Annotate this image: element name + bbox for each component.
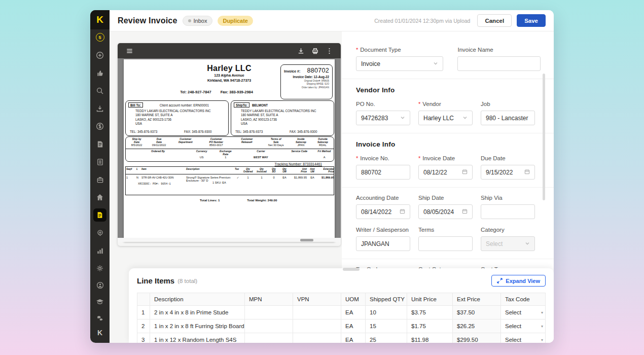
accounting-date-input[interactable]: 08/14/2022: [356, 204, 410, 219]
cell-description[interactable]: 2 in x 4 in x 8 in Prime Stude: [150, 306, 245, 320]
sidebar-item-payments[interactable]: [93, 120, 106, 133]
pdf-horizontal-scrollbar[interactable]: [118, 238, 341, 242]
cell-vpn[interactable]: [293, 306, 341, 320]
shipping-whse-line: Shipping WHSE: SJO: [284, 83, 329, 85]
document-type-value: Invoice: [361, 60, 380, 67]
sidebar-item-locations[interactable]: [93, 226, 106, 239]
invoice-name-label: Invoice Name: [457, 47, 541, 53]
sidebar-item-approvals[interactable]: [93, 66, 106, 80]
ship-date-value: 08/05/2024: [423, 208, 454, 216]
pdf-download-button[interactable]: [295, 45, 306, 56]
cell-qty[interactable]: 10: [366, 306, 407, 320]
line-items-panel: Line Items (8 total) Expand View Descrip…: [129, 268, 554, 343]
tax-code-select[interactable]: Select▾: [501, 306, 546, 320]
duplicate-badge: Duplicate: [218, 16, 253, 26]
sidebar-item-search[interactable]: [93, 84, 106, 97]
cell-vpn[interactable]: [293, 320, 341, 333]
invoice-no-input[interactable]: [356, 165, 410, 180]
home-icon: [96, 193, 104, 201]
sidebar-item-reports[interactable]: [93, 244, 106, 257]
support-chat-button[interactable]: [93, 312, 106, 325]
sidebar-item-invoices[interactable]: [93, 137, 106, 151]
sidebar-item-orders[interactable]: [93, 155, 106, 168]
expand-view-button[interactable]: Expand View: [491, 275, 546, 287]
tax-code-select[interactable]: Select▾: [501, 320, 546, 333]
pdf-menu-button[interactable]: [124, 45, 135, 56]
brand-logo[interactable]: K: [90, 10, 110, 29]
learning-button[interactable]: [93, 295, 106, 308]
cell-uom[interactable]: EA: [341, 320, 366, 333]
pdf-more-button[interactable]: [324, 45, 335, 56]
writer-input[interactable]: [356, 236, 410, 251]
cell-mpn[interactable]: [245, 333, 293, 343]
cell-unit-price[interactable]: $3.75: [407, 306, 453, 320]
calendar-icon: [462, 208, 468, 216]
search-icon: [96, 87, 104, 95]
document-type-select[interactable]: Invoice: [356, 56, 443, 71]
save-button[interactable]: Save: [517, 14, 546, 27]
col-shipped-qty: Shipped QTY: [366, 293, 407, 306]
sidebar-item-inbox[interactable]: [93, 102, 106, 115]
invoice-name-input[interactable]: [457, 56, 541, 71]
status-badge: Inbox: [183, 16, 213, 26]
category-select[interactable]: Select: [481, 236, 535, 251]
cell-qty[interactable]: 25: [366, 333, 407, 343]
pdf-scroll-thumb[interactable]: [300, 239, 313, 241]
created-timestamp: Created 01/01/2024 12:30pm via Upload: [374, 18, 470, 24]
cell-unit-price[interactable]: $11.98: [407, 333, 453, 343]
location-pin-icon: [96, 229, 104, 237]
cell-unit-price[interactable]: $1.75: [407, 320, 453, 333]
form-scrollbar[interactable]: [543, 74, 545, 200]
job-input[interactable]: [481, 111, 535, 125]
cell-mpn[interactable]: [245, 320, 293, 333]
cell-description[interactable]: 1 in x 2 in x 8 ft Furring Strip Board: [150, 320, 245, 333]
account-button[interactable]: [93, 278, 106, 292]
tax-code-select[interactable]: Select▾: [501, 333, 546, 343]
briefcase-icon: [96, 176, 104, 184]
col-mpn: MPN: [245, 293, 293, 306]
category-label: Category: [481, 227, 535, 233]
cell-qty[interactable]: 15: [366, 320, 407, 333]
cell-uom[interactable]: EA: [341, 333, 366, 343]
sidebar-item-deliveries[interactable]: [93, 173, 106, 186]
cell-uom[interactable]: EA: [341, 306, 366, 320]
accounting-date-label: Accounting Date: [356, 195, 410, 201]
vendor-label: Vendor: [418, 101, 473, 107]
document-type-label: Document Type: [356, 47, 443, 53]
due-date-input[interactable]: 9/15/2022: [481, 165, 535, 180]
cancel-button[interactable]: Cancel: [477, 14, 512, 27]
table-row: 1 2 in x 4 in x 8 in Prime Stude EA 10 $…: [137, 306, 546, 320]
terms-input[interactable]: [418, 236, 473, 251]
invoice-no-label: Invoice No.: [356, 155, 410, 161]
vendor-select[interactable]: Harley LLC: [418, 111, 473, 125]
order-list-icon: [96, 158, 104, 166]
sidebar-item-home[interactable]: [93, 191, 106, 204]
cell-vpn[interactable]: [293, 333, 341, 343]
calendar-icon: [524, 169, 530, 176]
plus-circle-icon: [96, 51, 104, 59]
po-no-select[interactable]: 94726283: [356, 111, 410, 125]
calendar-icon: [400, 208, 405, 216]
sidebar-item-settings[interactable]: [93, 262, 106, 275]
vendor-value: Harley LLC: [423, 115, 454, 122]
panel-resize-handle[interactable]: [343, 268, 360, 271]
ship-via-input[interactable]: [481, 204, 535, 219]
bill-to-box: Bill To:Client account number: ERN00001 …: [125, 100, 229, 136]
pdf-viewer: Harley LLC 123 Alpha Avenue Kirkland, WA…: [118, 43, 341, 246]
add-button[interactable]: [93, 49, 106, 62]
line-items-count: (8 total): [177, 278, 197, 284]
notification-count-badge[interactable]: 5: [96, 33, 104, 42]
pdf-print-button[interactable]: [309, 45, 320, 56]
cell-mpn[interactable]: [245, 306, 293, 320]
app-window: K 5 K Review Invoice Inbox Duplicate: [90, 10, 554, 343]
invoice-info-heading: Invoice Info: [356, 140, 541, 148]
sidebar-item-review-invoice[interactable]: [93, 208, 106, 222]
col-description: Description: [150, 293, 245, 306]
ship-date-input[interactable]: 08/05/2024: [418, 204, 473, 219]
cell-description[interactable]: 1 in x 12 x Random Length S4S: [150, 333, 245, 343]
invoice-number: 880702: [307, 67, 329, 74]
due-date-value: 9/15/2022: [486, 169, 513, 176]
terms-label: Terms: [418, 227, 473, 233]
chevron-down-icon: [462, 115, 468, 122]
invoice-date-input[interactable]: 08/12/22: [418, 165, 473, 180]
